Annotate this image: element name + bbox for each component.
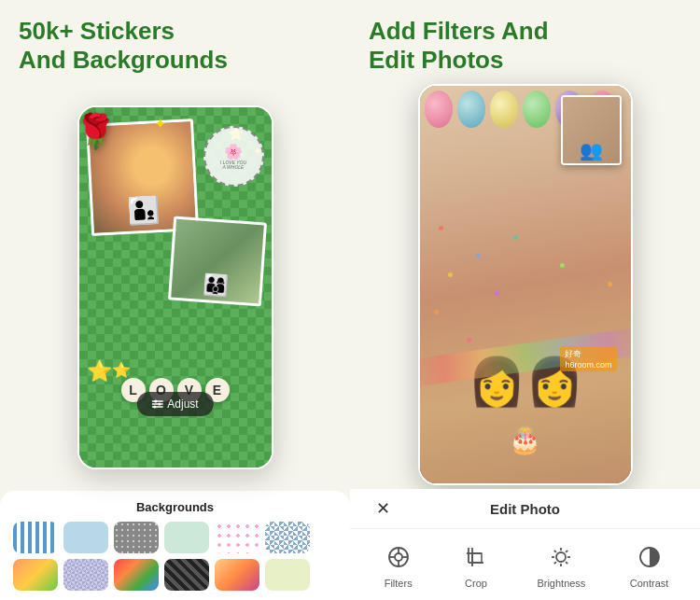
right-phone-screen: 👩👩 🎂 👥 [418, 84, 633, 485]
svg-point-5 [153, 406, 156, 409]
small-photo-emoji: 👥 [580, 139, 603, 161]
balloon-yellow [490, 91, 518, 128]
swatch-solid-blue[interactable] [63, 522, 108, 553]
tool-brightness[interactable]: Brightness [537, 540, 585, 589]
cake-emoji: 🎂 [509, 425, 541, 455]
svg-line-25 [566, 551, 567, 552]
swatch-row-2 [13, 559, 337, 591]
photo-bottom-right [167, 216, 266, 307]
tool-contrast[interactable]: Contrast [630, 540, 669, 589]
close-button[interactable]: ✕ [369, 498, 397, 519]
swatch-pale-green[interactable] [265, 559, 310, 591]
swatch-solid-green[interactable] [164, 522, 209, 553]
backgrounds-title: Backgrounds [13, 500, 337, 514]
watermark: 好奇h6room.com [560, 346, 616, 371]
tool-crop[interactable]: Crop [459, 540, 493, 589]
left-phone-screen: 🌹 ✦ ⭐ ✦ 🌸 I LOVE YOUA WHOLE ⭐ ⭐ L O V [77, 105, 273, 469]
swatch-dots-pink[interactable] [215, 522, 259, 553]
svg-point-7 [395, 553, 402, 561]
svg-line-23 [566, 562, 567, 564]
svg-point-17 [556, 552, 566, 562]
stamp-sticker: 🌸 I LOVE YOUA WHOLE [203, 126, 264, 187]
contrast-icon [633, 540, 666, 574]
svg-line-22 [554, 551, 556, 552]
swatch-rainbow[interactable] [114, 559, 159, 591]
swatch-row-1 [13, 522, 337, 553]
adjust-button[interactable]: Adjust [136, 392, 213, 416]
svg-line-24 [554, 562, 556, 564]
star-sticker-right: ⭐ [112, 361, 131, 379]
right-phone-mockup: 👩👩 🎂 👥 [350, 84, 700, 489]
left-phone-mockup: 🌹 ✦ ⭐ ✦ 🌸 I LOVE YOUA WHOLE ⭐ ⭐ L O V [0, 84, 350, 491]
sparkle-sticker-1: ✦ [154, 115, 166, 133]
edit-bar-top: ✕ Edit Photo [350, 489, 700, 529]
adjust-label: Adjust [167, 398, 198, 411]
contrast-label: Contrast [630, 578, 669, 589]
swatch-checker-blue[interactable] [265, 522, 310, 553]
svg-point-1 [154, 400, 157, 403]
swatch-stripes-blue[interactable] [13, 522, 58, 553]
svg-rect-16 [472, 553, 482, 563]
right-title: Add Filters AndEdit Photos [350, 0, 700, 84]
swatch-gradient-orange[interactable] [215, 559, 259, 591]
edit-bar: ✕ Edit Photo Filters [350, 489, 700, 600]
balloon-teal [457, 91, 485, 128]
small-photo-overlay: 👥 [561, 95, 622, 165]
left-title: 50k+ StickersAnd Backgrounds [0, 0, 350, 84]
edit-photo-title: Edit Photo [490, 501, 560, 517]
svg-point-3 [158, 403, 161, 406]
rose-sticker: 🌹 [77, 112, 117, 151]
right-panel: Add Filters AndEdit Photos 👩👩 🎂 [350, 0, 700, 600]
swatch-diagonal-dark[interactable] [164, 559, 209, 591]
brightness-icon [544, 540, 578, 574]
balloon-pink [425, 91, 453, 128]
swatch-dots-gray[interactable] [114, 522, 159, 553]
filters-icon [382, 540, 415, 574]
backgrounds-panel: Backgrounds [0, 491, 350, 600]
edit-tools: Filters Crop [350, 529, 700, 600]
adjust-icon [151, 399, 162, 409]
crop-label: Crop [465, 578, 487, 589]
swatch-gradient-warm[interactable] [13, 559, 58, 591]
brightness-label: Brightness [537, 578, 585, 589]
crop-icon [459, 540, 493, 574]
balloon-green [523, 91, 551, 128]
swatch-checker-purple[interactable] [63, 559, 108, 591]
tool-filters[interactable]: Filters [382, 540, 415, 589]
left-panel: 50k+ StickersAnd Backgrounds 🌹 ✦ ⭐ ✦ 🌸 I… [0, 0, 350, 600]
filters-label: Filters [385, 578, 413, 589]
